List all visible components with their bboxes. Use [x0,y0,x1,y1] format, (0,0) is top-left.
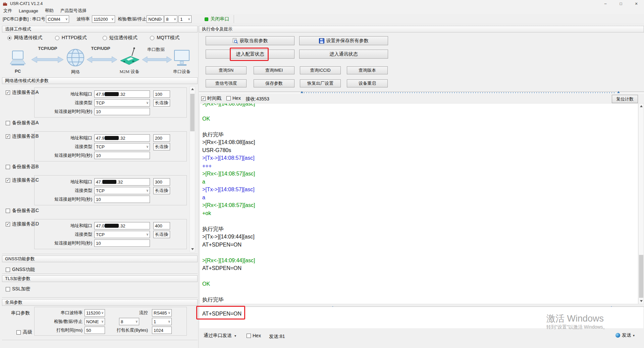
splitter-handle[interactable] [304,92,616,93]
factory-reset-button[interactable]: 恢复出厂设置 [300,79,341,87]
checkbox-checked[interactable]: ✓ [201,96,206,101]
reset-count-button[interactable]: 复位计数 [612,95,638,103]
scroll-up-icon[interactable] [190,86,195,92]
close-port-button[interactable]: 关闭串口 [210,16,229,22]
radio-button[interactable] [55,36,59,40]
timeout-input[interactable]: 10 [94,108,150,115]
g-stopbits-select[interactable]: 1∨ [152,318,172,325]
connect-server-checkbox-row[interactable]: ✓ 连接服务器A [6,89,39,95]
send-button[interactable]: 发送 ▾ [615,332,635,338]
baud-select[interactable]: 115200∨ [92,15,115,23]
address-input[interactable]: 47..32 [94,178,150,186]
port-input[interactable]: 100 [153,90,170,98]
conn-type-select[interactable]: TCP∨ [94,143,150,150]
query-sn-button[interactable]: 查询SN [206,66,247,74]
checkbox-checked[interactable]: ✓ [6,222,10,226]
timeout-input[interactable]: 10 [94,152,150,159]
pack-time-input[interactable]: 50 [85,327,105,334]
checkbox-checked[interactable]: ✓ [6,134,10,139]
address-input[interactable]: 47.9.32 [94,134,150,142]
close-button[interactable]: ✕ [629,0,644,7]
log-scrollbar[interactable] [638,103,644,304]
save-all-params-button[interactable]: 设置并保存所有参数 [299,36,388,45]
conn-type-select[interactable]: TCP∨ [94,231,150,238]
radio-button[interactable] [7,36,12,40]
hex-view-checkbox-row[interactable]: Hex [226,95,241,101]
checkbox-unchecked[interactable] [247,334,251,338]
port-input[interactable]: 300 [153,178,170,186]
query-imei-button[interactable]: 查询IMEI [254,66,294,74]
checkbox-unchecked[interactable] [6,121,10,125]
scroll-up-icon[interactable] [639,103,644,109]
address-input[interactable]: 47.9.32 [94,90,150,98]
query-iccid-button[interactable]: 查询ICCID [300,66,341,74]
g-databits-select[interactable]: 8∨ [119,318,139,325]
menu-item[interactable]: Language [15,8,42,13]
port-input[interactable]: 400 [153,222,170,229]
backup-server-checkbox-row[interactable]: 备份服务器B [6,164,189,169]
checkbox-unchecked[interactable] [6,287,10,291]
keepalive-select[interactable]: 长连接∨ [153,99,170,107]
ssl-checkbox-row[interactable]: SSL加密 [6,286,30,292]
timestamp-checkbox-row[interactable]: ✓ 时间戳 [201,95,221,101]
params-scrollbar[interactable] [190,86,195,252]
checkbox-unchecked[interactable] [6,165,10,169]
enter-config-button[interactable]: 进入配置状态 [206,50,294,59]
scroll-down-icon[interactable] [639,298,644,304]
checkbox-unchecked[interactable] [226,96,231,100]
menu-item[interactable]: 产品型号选择 [57,8,90,14]
pack-len-input[interactable]: 1024 [152,327,172,334]
enter-comm-button[interactable]: 进入通讯状态 [299,50,388,59]
log-output[interactable]: >[Rx<-][14:08:06][asc] OK 执行完毕 >[Rx<-][1… [200,103,638,304]
checkbox-unchecked[interactable] [16,330,21,335]
splitter-collapse-icon[interactable] [617,91,620,93]
send-command-text[interactable]: AT+SDPEN=ON [202,311,241,317]
work-mode-option[interactable]: 网络透传模式 [7,35,55,41]
work-mode-option[interactable]: HTTPD模式 [55,35,103,41]
maximize-button[interactable]: □ [613,0,629,7]
conn-type-select[interactable]: TCP∨ [94,187,150,194]
menu-item[interactable]: 文件 [0,8,15,14]
backup-server-checkbox-row[interactable]: 备份服务器C [6,208,189,213]
g-parity-select[interactable]: NONE∨ [85,318,105,325]
minimize-button[interactable]: – [598,0,613,7]
keepalive-select[interactable]: 长连接∨ [153,231,170,238]
work-mode-option[interactable]: MQTT模式 [150,35,198,41]
conn-type-select[interactable]: TCP∨ [94,99,150,107]
timeout-input[interactable]: 10 [94,239,150,247]
get-params-button[interactable]: 获取当前参数 [206,36,294,45]
com-port-select[interactable]: COM4∨ [46,15,69,23]
log-splitter-top[interactable] [199,91,644,93]
scrollbar-thumb[interactable] [639,255,643,298]
menu-item[interactable]: 帮助 [42,8,57,14]
backup-server-checkbox-row[interactable]: 备份服务器A [6,120,189,126]
connect-server-checkbox-row[interactable]: ✓ 连接服务器B [6,133,39,139]
flow-select[interactable]: RS485∨ [152,309,172,317]
keepalive-select[interactable]: 长连接∨ [153,187,170,194]
reboot-button[interactable]: 设备重启 [347,79,388,87]
query-version-button[interactable]: 查询版本 [347,66,388,74]
checkbox-checked[interactable]: ✓ [6,90,10,95]
parity-select[interactable]: NONE∨ [147,15,164,23]
radio-button[interactable] [103,36,107,40]
address-input[interactable]: 47.0.32 [94,222,150,229]
checkbox-unchecked[interactable] [6,268,10,272]
g-baud-select[interactable]: 115200∨ [85,309,105,317]
query-signal-button[interactable]: 查信号强度 [206,79,247,87]
scroll-down-icon[interactable] [190,247,195,252]
advanced-checkbox-row[interactable]: 高级 [16,329,32,335]
databits-select[interactable]: 8∨ [164,15,177,23]
radio-button[interactable] [150,36,154,40]
work-mode-option[interactable]: 短信透传模式 [103,35,150,41]
save-params-button[interactable]: 保存参数 [254,79,294,87]
gnss-checkbox-row[interactable]: GNSS功能 [6,267,35,273]
port-input[interactable]: 200 [153,134,170,142]
scrollbar-thumb[interactable] [190,94,195,131]
send-hex-checkbox-row[interactable]: Hex [247,333,261,338]
keepalive-select[interactable]: 长连接∨ [153,143,170,150]
checkbox-checked[interactable]: ✓ [6,178,10,183]
timeout-input[interactable]: 10 [94,196,150,203]
splitter-collapse-icon[interactable] [301,91,303,93]
stopbits-select[interactable]: 1∨ [178,15,192,23]
checkbox-unchecked[interactable] [6,209,10,213]
